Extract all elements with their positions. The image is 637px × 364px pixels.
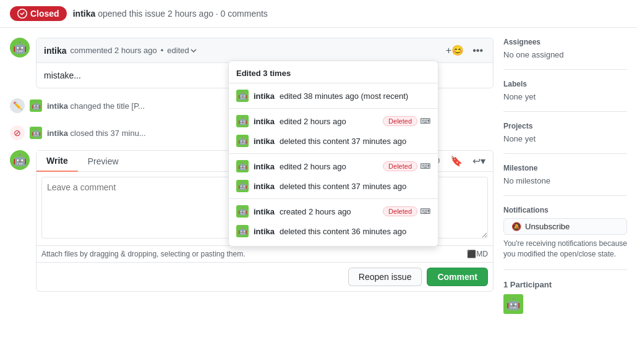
sidebar-assignees: Assignees No one assigned	[503, 38, 627, 70]
tab-preview[interactable]: Preview	[78, 151, 129, 171]
top-bar: Closed intika opened this issue 2 hours …	[0, 0, 637, 28]
event-avatar-1: 🤖	[30, 99, 42, 112]
sidebar-participants: 1 participant 🤖	[503, 280, 627, 324]
comment-time: commented 2 hours ago	[71, 46, 157, 55]
milestone-title: Milestone	[503, 164, 627, 172]
write-avatar-col: 🤖	[10, 150, 30, 170]
dropdown-meta-3: Deleted ⌨	[383, 161, 430, 171]
notifications-title: Notifications	[503, 206, 627, 214]
closed-label: Closed	[30, 9, 59, 19]
bell-muted-icon: 🔕	[511, 222, 521, 231]
milestone-value: No milestone	[503, 176, 627, 185]
comment-header: intika commented 2 hours ago • edited +😊…	[36, 38, 493, 63]
issue-author: intika	[73, 9, 96, 19]
dropdown-meta-5: Deleted ⌨	[383, 206, 430, 216]
projects-title: Projects	[503, 122, 627, 130]
projects-value: None yet	[503, 134, 627, 143]
avatar: 🤖	[10, 38, 30, 57]
dropdown-avatar-3: 🤖	[236, 160, 249, 172]
chevron-down-icon	[190, 48, 197, 54]
reference-icon-button[interactable]: 🔖	[448, 154, 465, 168]
dropdown-title: Edited 3 times	[229, 66, 438, 83]
dropdown-item-3: 🤖 intika edited 2 hours ago Deleted ⌨	[229, 156, 438, 176]
comment-button[interactable]: Comment	[427, 268, 488, 286]
dropdown-action-4: deleted this content 37 minutes ago	[280, 182, 406, 191]
event-text-1: intika changed the title [P...	[47, 101, 145, 111]
dropdown-author-1: intika	[254, 117, 275, 126]
divider-2	[229, 153, 438, 154]
dropdown-author-5: intika	[254, 207, 275, 216]
reopen-button[interactable]: Reopen issue	[348, 268, 422, 286]
avatar-emoji: 🤖	[13, 41, 27, 54]
closed-badge: Closed	[10, 6, 67, 21]
dropdown-author-2: intika	[254, 137, 275, 146]
dropdown-author-6: intika	[254, 227, 275, 236]
reply-icon-button[interactable]: ↩▾	[470, 154, 488, 168]
dropdown-action-0: edited 38 minutes ago (most recent)	[280, 91, 408, 101]
comment-actions: +😊 •••	[443, 43, 485, 57]
main-content: 🤖 intika commented 2 hours ago • edited	[0, 28, 637, 364]
markdown-icon: ⬛MD	[467, 250, 488, 258]
dropdown-author-3: intika	[254, 162, 275, 171]
dropdown-action-5: created 2 hours ago	[280, 207, 351, 216]
dropdown-item-0: 🤖 intika edited 38 minutes ago (most rec…	[229, 86, 438, 106]
closed-icon	[17, 9, 27, 19]
dropdown-item-4: 🤖 intika deleted this content 37 minutes…	[229, 176, 438, 196]
edited-dropdown: Edited 3 times 🤖 intika edited 38 minute…	[228, 61, 438, 247]
dropdown-item-1: 🤖 intika edited 2 hours ago Deleted ⌨	[229, 111, 438, 131]
dropdown-action-2: deleted this content 37 minutes ago	[280, 137, 406, 146]
divider-3	[229, 198, 438, 199]
timeline: 🤖 intika commented 2 hours ago • edited	[10, 38, 494, 354]
key-icon-3: ⌨	[420, 162, 430, 171]
dropdown-avatar-4: 🤖	[236, 180, 249, 192]
tab-write[interactable]: Write	[36, 151, 78, 172]
issue-meta-text: opened this issue 2 hours ago · 0 commen…	[98, 9, 268, 19]
pencil-icon: ✏️	[10, 98, 25, 113]
write-avatar-emoji: 🤖	[13, 153, 27, 167]
add-reaction-button[interactable]: +😊	[443, 43, 466, 57]
key-icon-1: ⌨	[420, 117, 430, 125]
sidebar-notifications: Notifications 🔕 Unsubscribe You're recei…	[503, 206, 627, 270]
notif-text: You're receiving notifications because y…	[503, 239, 627, 260]
divider-1	[229, 108, 438, 109]
dropdown-avatar-6: 🤖	[236, 225, 249, 237]
comment-avatar-col: 🤖	[10, 38, 30, 57]
edited-label: edited	[167, 46, 189, 55]
dropdown-meta-1: Deleted ⌨	[383, 116, 430, 126]
edited-link[interactable]: edited	[167, 46, 196, 55]
comment-author: intika	[44, 46, 67, 56]
dropdown-avatar-0: 🤖	[236, 90, 249, 102]
event-avatar-2: 🤖	[30, 127, 42, 139]
comment-container: 🤖 intika commented 2 hours ago • edited	[10, 38, 494, 88]
dropdown-item-5: 🤖 intika created 2 hours ago Deleted ⌨	[229, 201, 438, 221]
dropdown-item-6: 🤖 intika deleted this content 36 minutes…	[229, 221, 438, 241]
write-footer: Reopen issue Comment	[36, 262, 493, 291]
assignees-title: Assignees	[503, 38, 627, 46]
dropdown-avatar-2: 🤖	[236, 135, 249, 147]
textarea-footer: Attach files by dragging & dropping, sel…	[36, 245, 493, 262]
dropdown-action-1: edited 2 hours ago	[280, 117, 346, 126]
participant-avatar: 🤖	[503, 294, 523, 314]
key-icon-5: ⌨	[420, 207, 430, 216]
separator: •	[161, 46, 164, 55]
dropdown-item-2: 🤖 intika deleted this content 37 minutes…	[229, 131, 438, 151]
more-options-button[interactable]: •••	[470, 44, 485, 57]
sidebar: Assignees No one assigned Labels None ye…	[503, 38, 627, 354]
labels-value: None yet	[503, 92, 627, 101]
sidebar-labels: Labels None yet	[503, 80, 627, 112]
event-text-2: intika closed this 37 minu...	[47, 129, 146, 138]
deleted-badge-3: Deleted	[383, 161, 417, 171]
labels-title: Labels	[503, 80, 627, 88]
assignees-value: No one assigned	[503, 50, 627, 59]
close-circle-icon: ⊘	[10, 125, 25, 140]
unsubscribe-button[interactable]: 🔕 Unsubscribe	[503, 218, 627, 235]
unsubscribe-label: Unsubscribe	[525, 222, 570, 231]
sidebar-projects: Projects None yet	[503, 122, 627, 154]
comment-text: mistake...	[44, 70, 81, 80]
sidebar-milestone: Milestone No milestone	[503, 164, 627, 196]
participants-title: 1 participant	[503, 280, 627, 289]
attach-text: Attach files by dragging & dropping, sel…	[41, 250, 246, 258]
write-avatar: 🤖	[10, 150, 30, 170]
dropdown-action-3: edited 2 hours ago	[280, 162, 346, 171]
comment-box: intika commented 2 hours ago • edited +😊…	[36, 38, 494, 88]
